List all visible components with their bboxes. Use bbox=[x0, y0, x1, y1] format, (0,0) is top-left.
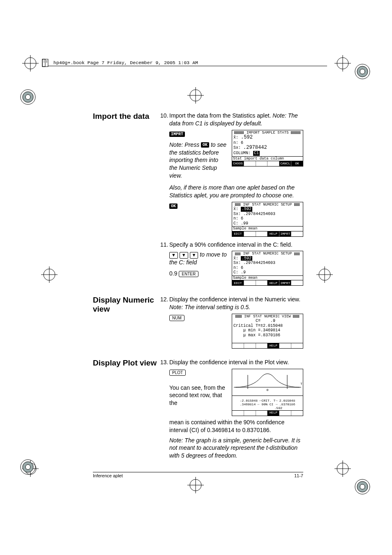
step-number: 13. bbox=[160, 358, 169, 366]
step-text: Import the data from the Statistics aple… bbox=[169, 112, 272, 119]
lcd-line: n: 6 bbox=[233, 141, 243, 145]
svg-text:T: T bbox=[300, 382, 302, 386]
reg-mark-icon bbox=[316, 266, 333, 283]
section-heading-import: Import the data bbox=[93, 112, 160, 290]
lcd-import-sample-stats: IMPORT SAMPLE STATS x̄: .592 n: 6 Sx: .2… bbox=[232, 130, 303, 166]
step-number: 12. bbox=[160, 296, 169, 311]
lcd-numeric-view: INF STAT NUMERIC VIEW C= .9 Critical T=±… bbox=[232, 314, 303, 349]
lcd-value-selected: C1 bbox=[253, 151, 260, 156]
ribbon-mark-icon bbox=[353, 62, 371, 81]
plot-body-start: You can see, from the second text row, t… bbox=[169, 384, 225, 407]
lcd-status: Stat import data column bbox=[232, 156, 303, 161]
lcd-title: INF STAT NUMERIC SETUP bbox=[243, 203, 292, 207]
step-text: Display the confidence interval in the P… bbox=[169, 358, 303, 366]
lcd-title: INF STAT NUMERIC SETUP bbox=[243, 252, 292, 256]
step-text: Specify a 90% confidence interval in the… bbox=[169, 241, 303, 249]
lcd-line: Sx: bbox=[233, 146, 243, 150]
lcd-line: n: 6 bbox=[233, 216, 243, 221]
footer-left: Inference aplet bbox=[93, 473, 123, 478]
header-rule bbox=[48, 66, 327, 66]
lcd-fkey: HELP bbox=[267, 343, 279, 348]
lcd-line: x̄: bbox=[233, 256, 241, 261]
lcd-line: C= .9 bbox=[233, 319, 275, 323]
lcd-line: Critical T=±2.015048 bbox=[233, 324, 283, 328]
enter-key: ENTER bbox=[179, 271, 198, 277]
step-number: 10. bbox=[160, 112, 169, 127]
ribbon-mark-icon bbox=[19, 88, 37, 106]
plot-body: mean is contained within the 90% confide… bbox=[160, 419, 303, 434]
lcd-line: x̄: bbox=[233, 207, 241, 211]
reg-mark-icon bbox=[334, 460, 351, 477]
svg-rect-7 bbox=[42, 59, 45, 67]
book-icon bbox=[41, 58, 50, 70]
lcd-fkey: CHOOS bbox=[232, 161, 244, 166]
section-heading-numeric: Display Numeric view bbox=[93, 296, 160, 353]
lcd-fkey: EDIT bbox=[232, 280, 244, 285]
ok-softkey: OK bbox=[201, 142, 209, 148]
lcd-status: Sample mean bbox=[232, 226, 303, 231]
plot-note: Note: The graph is a simple, generic bel… bbox=[160, 437, 303, 460]
step-number: 11. bbox=[160, 241, 169, 249]
lcd-fkey: HELP bbox=[267, 231, 279, 236]
plot-key: PLOT bbox=[169, 370, 186, 376]
value-09: 0.9 bbox=[169, 270, 177, 277]
svg-text:0: 0 bbox=[267, 388, 269, 392]
step-text: Display the confidence interval in the N… bbox=[169, 296, 300, 303]
lcd-fkey: CANCL bbox=[279, 161, 291, 166]
ribbon-mark-icon bbox=[19, 458, 37, 476]
lcd-title: IMPORT SAMPLE STATS bbox=[247, 131, 289, 135]
plot-text-row: -2.015048 ←CRIT. T→ 2.015048 bbox=[240, 399, 295, 402]
note-text: Note: Press bbox=[169, 141, 201, 148]
lcd-line: C: .9 bbox=[233, 270, 246, 275]
ribbon-mark-icon bbox=[353, 478, 371, 496]
imprt-softkey: IMPRT bbox=[169, 132, 185, 137]
plot-text-row: .3469814 ← 90% CI → .8370186 bbox=[240, 402, 295, 406]
note-also: Also, if there is more than one aplet ba… bbox=[160, 184, 303, 199]
lcd-value: .2978442 bbox=[243, 145, 267, 150]
lcd-line: Sx: .297844254603 bbox=[233, 261, 275, 265]
step-note: Note: The interval setting is 0.5. bbox=[169, 304, 250, 310]
ok-softkey: OK bbox=[169, 204, 178, 209]
lcd-numeric-setup-1: INF STAT NUMERIC SETUP x̄: .592 Sx: .297… bbox=[232, 202, 303, 237]
footer-page-number: 11-7 bbox=[294, 473, 303, 478]
down-arrow-key: ▼ bbox=[180, 252, 188, 259]
lcd-fkey: OK bbox=[291, 161, 303, 166]
lcd-line: x̄: bbox=[233, 135, 241, 140]
lcd-line: Sx: .297844254603 bbox=[233, 212, 275, 216]
lcd-value-selected: .592 bbox=[241, 207, 252, 212]
reg-mark-icon bbox=[41, 266, 58, 283]
lcd-fkey: HELP bbox=[267, 280, 279, 285]
reg-mark-icon bbox=[187, 477, 204, 493]
running-head: hp40g+.book Page 7 Friday, December 9, 2… bbox=[52, 60, 200, 65]
lcd-value-selected: .592 bbox=[241, 256, 252, 261]
reg-mark-icon bbox=[334, 55, 351, 72]
reg-mark-icon bbox=[22, 55, 39, 72]
lcd-status: Sample mean bbox=[232, 275, 303, 280]
plot-text-row: .592 bbox=[253, 406, 282, 410]
lcd-line: μ max =.8370186 bbox=[233, 333, 280, 338]
lcd-line: μ min =.3469814 bbox=[233, 328, 280, 333]
lcd-value: .592 bbox=[241, 134, 253, 140]
lcd-numeric-setup-2: INF STAT NUMERIC SETUP x̄: .592 Sx: .297… bbox=[232, 251, 303, 286]
arrows-note: to move to the C: field bbox=[169, 251, 227, 266]
lcd-fkey: EDIT bbox=[232, 231, 244, 236]
lcd-title: INF STAT NUMERIC VIEW bbox=[244, 314, 291, 319]
lcd-line: C: .99 bbox=[233, 221, 248, 226]
down-arrow-key: ▼ bbox=[190, 252, 198, 259]
lcd-fkey: HELP bbox=[267, 411, 279, 416]
section-heading-plot: Display Plot view bbox=[93, 358, 160, 462]
down-arrow-key: ▼ bbox=[169, 252, 178, 259]
lcd-line: COLUMN: bbox=[233, 151, 253, 155]
lcd-plot-view: 0 T -2.015048 ←CRIT. T→ 2.015048 .346981… bbox=[232, 369, 303, 416]
num-key: NUM bbox=[169, 315, 184, 321]
lcd-fkey: IMPRT bbox=[279, 231, 291, 236]
lcd-fkey: IMPRT bbox=[279, 280, 291, 285]
reg-mark-icon bbox=[187, 87, 204, 104]
lcd-line: n: 6 bbox=[233, 266, 243, 270]
